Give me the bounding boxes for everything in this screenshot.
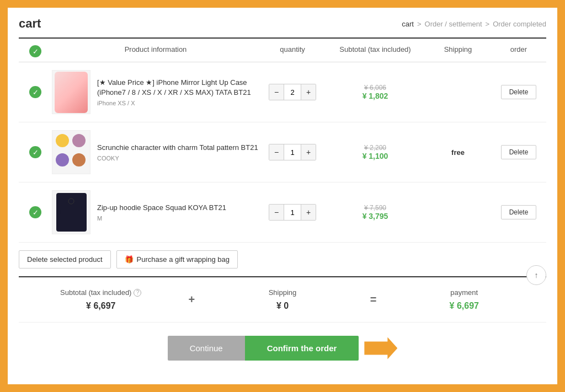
row1-qty-minus[interactable]: − — [269, 84, 284, 100]
gift-icon: 🎁 — [125, 255, 134, 264]
col-quantity: quantity — [259, 45, 326, 57]
table-header: ✓ Product information quantity Subtotal … — [19, 39, 546, 62]
phone-case-image — [55, 72, 88, 113]
row1-order-col: Delete — [491, 85, 546, 99]
page-title: cart — [19, 17, 41, 31]
scroll-top-button[interactable]: ↑ — [526, 265, 546, 285]
row3-product-image — [52, 190, 90, 234]
check-icon: ✓ — [33, 208, 39, 217]
row3-order-col: Delete — [491, 205, 546, 219]
row2-product-info: Scrunchie character with charm Total pat… — [52, 130, 259, 174]
payment-label: payment — [382, 288, 546, 297]
breadcrumb-order: Order / settlement — [425, 20, 482, 28]
row3-price-sale: ¥ 3,795 — [326, 212, 425, 221]
subtotal-block: Subtotal (tax included) ? ¥ 6,697 — [19, 288, 183, 311]
col-product-info: Product information — [52, 45, 259, 57]
subtotal-label: Subtotal (tax included) ? — [19, 288, 183, 297]
row2-quantity-col: − + — [259, 144, 326, 160]
breadcrumb-sep1: > — [417, 20, 422, 28]
row1-price-sale: ¥ 1,802 — [326, 92, 425, 100]
check-icon: ✓ — [33, 47, 39, 56]
bottom-buttons: Continue Confirm the order — [19, 323, 546, 361]
check-icon: ✓ — [33, 148, 39, 157]
row1-qty-stepper[interactable]: − + — [269, 84, 316, 100]
row2-product-text: Scrunchie character with charm Total pat… — [97, 143, 258, 162]
row1-qty-value[interactable] — [284, 84, 301, 100]
payment-block: payment ¥ 6,697 — [382, 288, 546, 311]
gift-wrap-label: Purchase a gift wrapping bag — [137, 255, 230, 264]
row2-delete-button[interactable]: Delete — [501, 145, 537, 159]
payment-value: ¥ 6,697 — [382, 301, 546, 311]
row3-check[interactable]: ✓ — [19, 206, 52, 218]
row3-product-name: Zip-up hoodie Space Squad KOYA BT21 — [97, 203, 226, 213]
up-arrow-icon: ↑ — [535, 271, 539, 280]
row1-qty-plus[interactable]: + — [301, 84, 316, 100]
confirm-order-button[interactable]: Confirm the order — [245, 336, 359, 361]
row2-qty-value[interactable] — [284, 144, 301, 160]
breadcrumb-cart: cart — [402, 20, 414, 28]
shipping-label: Shipping — [200, 288, 365, 297]
col-subtotal: Subtotal (tax included) — [326, 45, 425, 57]
row3-qty-stepper[interactable]: − + — [269, 204, 316, 221]
row1-product-name: [★ Value Price ★] iPhone Mirror Light Up… — [97, 78, 259, 98]
scrunchie-4 — [72, 153, 86, 167]
row1-delete-button[interactable]: Delete — [501, 85, 537, 99]
shipping-block: Shipping ¥ 0 — [200, 288, 365, 311]
row2-price-col: ¥ 2,200 ¥ 1,100 — [326, 144, 425, 160]
row1-product-variant: iPhone XS / X — [97, 100, 259, 106]
main-container: cart cart > Order / settlement > Order c… — [7, 7, 558, 385]
subtotal-info-icon[interactable]: ? — [134, 289, 141, 297]
svg-point-0 — [68, 198, 74, 204]
action-row: Delete selected product 🎁 Purchase a gif… — [19, 243, 546, 276]
row3-qty-value[interactable] — [284, 205, 301, 220]
row2-checkbox[interactable]: ✓ — [29, 146, 41, 158]
breadcrumb-sep2: > — [486, 20, 490, 28]
row1-price-original: ¥ 6,006 — [326, 84, 425, 92]
row2-qty-plus[interactable]: + — [301, 144, 316, 160]
row3-product-variant: M — [97, 215, 226, 222]
row2-check[interactable]: ✓ — [19, 146, 52, 158]
row1-product-image — [52, 70, 90, 114]
equals-operator: = — [365, 293, 382, 306]
table-row: ✓ Scrunchie character with charm Total p… — [19, 122, 546, 182]
row1-product-info: [★ Value Price ★] iPhone Mirror Light Up… — [52, 70, 259, 114]
continue-button[interactable]: Continue — [168, 336, 245, 361]
row3-product-info: Zip-up hoodie Space Squad KOYA BT21 M — [52, 190, 259, 234]
row3-checkbox[interactable]: ✓ — [29, 206, 41, 218]
row3-quantity-col: − + — [259, 204, 326, 221]
select-all-checkbox[interactable]: ✓ — [29, 45, 41, 57]
breadcrumb-completed: Order completed — [493, 20, 546, 28]
arrow-container — [359, 336, 397, 361]
hoodie-image — [56, 193, 87, 232]
table-row: ✓ [★ Value Price ★] iPhone Mirror Light … — [19, 62, 546, 122]
summary-section: Subtotal (tax included) ? ¥ 6,697 + Ship… — [19, 276, 546, 323]
row3-product-text: Zip-up hoodie Space Squad KOYA BT21 M — [97, 203, 226, 222]
col-order: order — [491, 45, 546, 57]
breadcrumb: cart > Order / settlement > Order comple… — [402, 20, 546, 28]
row3-qty-plus[interactable]: + — [301, 205, 316, 220]
row2-product-variant: COOKY — [97, 155, 258, 162]
row2-price-original: ¥ 2,200 — [326, 144, 425, 152]
row3-qty-minus[interactable]: − — [269, 205, 284, 220]
row1-checkbox[interactable]: ✓ — [29, 86, 41, 98]
row2-order-col: Delete — [491, 145, 546, 159]
shipping-value: ¥ 0 — [200, 301, 365, 311]
check-icon: ✓ — [33, 88, 39, 96]
row2-product-name: Scrunchie character with charm Total pat… — [97, 143, 258, 153]
col-check[interactable]: ✓ — [19, 45, 52, 57]
delete-selected-button[interactable]: Delete selected product — [19, 250, 111, 269]
col-shipping: Shipping — [425, 45, 491, 57]
gift-wrap-button[interactable]: 🎁 Purchase a gift wrapping bag — [116, 250, 238, 269]
plus-operator: + — [183, 293, 201, 306]
hoodie-svg — [60, 197, 82, 228]
row1-check[interactable]: ✓ — [19, 86, 52, 98]
scrunchie-1 — [56, 134, 69, 147]
scrunchie-image — [54, 132, 89, 173]
row3-delete-button[interactable]: Delete — [501, 205, 537, 219]
row1-product-text: [★ Value Price ★] iPhone Mirror Light Up… — [97, 78, 259, 106]
row2-qty-stepper[interactable]: − + — [269, 144, 316, 160]
row2-product-image — [52, 130, 90, 174]
row2-qty-minus[interactable]: − — [269, 144, 284, 160]
row2-shipping: free — [425, 148, 491, 157]
row1-quantity-col: − + — [259, 84, 326, 100]
